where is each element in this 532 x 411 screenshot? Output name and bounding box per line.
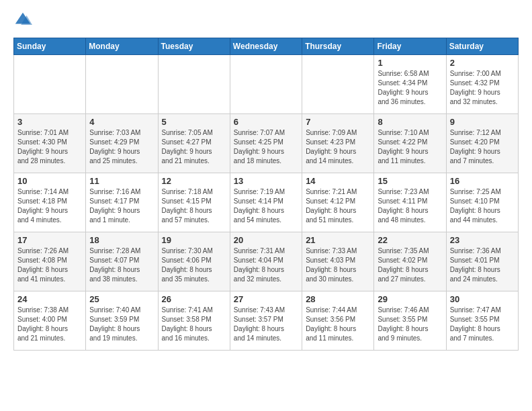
weekday-header-wednesday: Wednesday [230, 38, 302, 55]
calendar-cell [14, 55, 86, 114]
day-info: Sunrise: 7:47 AM Sunset: 3:55 PM Dayligh… [450, 306, 515, 343]
day-info: Sunrise: 7:07 AM Sunset: 4:25 PM Dayligh… [234, 128, 298, 166]
calendar-cell: 27Sunrise: 7:43 AM Sunset: 3:57 PM Dayli… [230, 291, 302, 351]
weekday-header-friday: Friday [374, 38, 446, 55]
day-info: Sunrise: 7:25 AM Sunset: 4:10 PM Dayligh… [450, 187, 515, 225]
calendar-cell: 12Sunrise: 7:18 AM Sunset: 4:15 PM Dayli… [158, 173, 230, 232]
day-info: Sunrise: 7:40 AM Sunset: 3:59 PM Dayligh… [89, 306, 154, 343]
day-info: Sunrise: 7:28 AM Sunset: 4:07 PM Dayligh… [89, 246, 154, 284]
day-info: Sunrise: 7:18 AM Sunset: 4:15 PM Dayligh… [162, 187, 226, 225]
day-info: Sunrise: 7:46 AM Sunset: 3:55 PM Dayligh… [378, 306, 442, 343]
calendar-cell: 9Sunrise: 7:12 AM Sunset: 4:20 PM Daylig… [446, 114, 518, 173]
day-info: Sunrise: 6:58 AM Sunset: 4:34 PM Dayligh… [378, 69, 442, 107]
calendar-cell: 29Sunrise: 7:46 AM Sunset: 3:55 PM Dayli… [374, 291, 446, 351]
day-number: 26 [162, 294, 226, 304]
calendar-table: SundayMondayTuesdayWednesdayThursdayFrid… [13, 38, 519, 351]
calendar-cell: 23Sunrise: 7:36 AM Sunset: 4:01 PM Dayli… [446, 232, 518, 291]
day-number: 16 [450, 176, 515, 186]
day-info: Sunrise: 7:10 AM Sunset: 4:22 PM Dayligh… [378, 128, 442, 166]
calendar-cell: 21Sunrise: 7:33 AM Sunset: 4:03 PM Dayli… [302, 232, 374, 291]
calendar-cell: 19Sunrise: 7:30 AM Sunset: 4:06 PM Dayli… [158, 232, 230, 291]
day-number: 29 [378, 294, 442, 304]
calendar-cell: 15Sunrise: 7:23 AM Sunset: 4:11 PM Dayli… [374, 173, 446, 232]
day-number: 23 [450, 235, 515, 245]
calendar-cell [158, 55, 230, 114]
day-info: Sunrise: 7:43 AM Sunset: 3:57 PM Dayligh… [234, 306, 298, 343]
day-info: Sunrise: 7:16 AM Sunset: 4:17 PM Dayligh… [89, 187, 154, 225]
day-number: 9 [450, 117, 515, 127]
day-number: 5 [162, 117, 226, 127]
calendar-cell: 25Sunrise: 7:40 AM Sunset: 3:59 PM Dayli… [86, 291, 158, 351]
day-info: Sunrise: 7:44 AM Sunset: 3:56 PM Dayligh… [306, 306, 370, 343]
calendar-cell: 11Sunrise: 7:16 AM Sunset: 4:17 PM Dayli… [86, 173, 158, 232]
calendar-cell: 1Sunrise: 6:58 AM Sunset: 4:34 PM Daylig… [374, 55, 446, 114]
calendar-cell: 3Sunrise: 7:01 AM Sunset: 4:30 PM Daylig… [14, 114, 86, 173]
day-number: 19 [162, 235, 226, 245]
calendar-cell: 6Sunrise: 7:07 AM Sunset: 4:25 PM Daylig… [230, 114, 302, 173]
day-info: Sunrise: 7:33 AM Sunset: 4:03 PM Dayligh… [306, 246, 370, 284]
day-info: Sunrise: 7:05 AM Sunset: 4:27 PM Dayligh… [162, 128, 226, 166]
day-info: Sunrise: 7:31 AM Sunset: 4:04 PM Dayligh… [234, 246, 298, 284]
calendar-cell: 18Sunrise: 7:28 AM Sunset: 4:07 PM Dayli… [86, 232, 158, 291]
day-info: Sunrise: 7:23 AM Sunset: 4:11 PM Dayligh… [378, 187, 442, 225]
calendar-cell [86, 55, 158, 114]
day-number: 22 [378, 235, 442, 245]
calendar-cell [230, 55, 302, 114]
calendar-cell: 13Sunrise: 7:19 AM Sunset: 4:14 PM Dayli… [230, 173, 302, 232]
day-info: Sunrise: 7:12 AM Sunset: 4:20 PM Dayligh… [450, 128, 515, 166]
calendar-cell: 28Sunrise: 7:44 AM Sunset: 3:56 PM Dayli… [302, 291, 374, 351]
day-number: 1 [378, 58, 442, 68]
day-number: 7 [306, 117, 370, 127]
header [13, 11, 519, 30]
day-info: Sunrise: 7:21 AM Sunset: 4:12 PM Dayligh… [306, 187, 370, 225]
day-info: Sunrise: 7:38 AM Sunset: 4:00 PM Dayligh… [17, 306, 82, 343]
day-number: 27 [234, 294, 298, 304]
day-number: 15 [378, 176, 442, 186]
day-number: 13 [234, 176, 298, 186]
day-number: 14 [306, 176, 370, 186]
day-number: 12 [162, 176, 226, 186]
day-info: Sunrise: 7:01 AM Sunset: 4:30 PM Dayligh… [17, 128, 82, 166]
calendar-week-row: 24Sunrise: 7:38 AM Sunset: 4:00 PM Dayli… [14, 291, 519, 351]
weekday-header-saturday: Saturday [446, 38, 518, 55]
calendar-cell: 8Sunrise: 7:10 AM Sunset: 4:22 PM Daylig… [374, 114, 446, 173]
day-info: Sunrise: 7:00 AM Sunset: 4:32 PM Dayligh… [450, 69, 515, 107]
calendar-week-row: 1Sunrise: 6:58 AM Sunset: 4:34 PM Daylig… [14, 55, 519, 114]
calendar-cell: 14Sunrise: 7:21 AM Sunset: 4:12 PM Dayli… [302, 173, 374, 232]
weekday-header-thursday: Thursday [302, 38, 374, 55]
calendar-cell: 22Sunrise: 7:35 AM Sunset: 4:02 PM Dayli… [374, 232, 446, 291]
calendar-cell: 20Sunrise: 7:31 AM Sunset: 4:04 PM Dayli… [230, 232, 302, 291]
weekday-header-row: SundayMondayTuesdayWednesdayThursdayFrid… [14, 38, 519, 55]
day-number: 6 [234, 117, 298, 127]
calendar-cell: 7Sunrise: 7:09 AM Sunset: 4:23 PM Daylig… [302, 114, 374, 173]
logo [13, 11, 35, 30]
calendar-cell: 30Sunrise: 7:47 AM Sunset: 3:55 PM Dayli… [446, 291, 518, 351]
day-number: 2 [450, 58, 515, 68]
day-info: Sunrise: 7:36 AM Sunset: 4:01 PM Dayligh… [450, 246, 515, 284]
day-number: 3 [17, 117, 82, 127]
calendar-week-row: 3Sunrise: 7:01 AM Sunset: 4:30 PM Daylig… [14, 114, 519, 173]
day-number: 20 [234, 235, 298, 245]
calendar-week-row: 10Sunrise: 7:14 AM Sunset: 4:18 PM Dayli… [14, 173, 519, 232]
calendar-cell: 4Sunrise: 7:03 AM Sunset: 4:29 PM Daylig… [86, 114, 158, 173]
day-number: 28 [306, 294, 370, 304]
day-number: 11 [89, 176, 154, 186]
day-info: Sunrise: 7:14 AM Sunset: 4:18 PM Dayligh… [17, 187, 82, 225]
day-number: 30 [450, 294, 515, 304]
day-info: Sunrise: 7:35 AM Sunset: 4:02 PM Dayligh… [378, 246, 442, 284]
calendar-cell: 10Sunrise: 7:14 AM Sunset: 4:18 PM Dayli… [14, 173, 86, 232]
calendar-week-row: 17Sunrise: 7:26 AM Sunset: 4:08 PM Dayli… [14, 232, 519, 291]
weekday-header-sunday: Sunday [14, 38, 86, 55]
day-info: Sunrise: 7:09 AM Sunset: 4:23 PM Dayligh… [306, 128, 370, 166]
calendar-cell: 16Sunrise: 7:25 AM Sunset: 4:10 PM Dayli… [446, 173, 518, 232]
calendar-cell: 24Sunrise: 7:38 AM Sunset: 4:00 PM Dayli… [14, 291, 86, 351]
day-info: Sunrise: 7:03 AM Sunset: 4:29 PM Dayligh… [89, 128, 154, 166]
calendar-cell: 26Sunrise: 7:41 AM Sunset: 3:58 PM Dayli… [158, 291, 230, 351]
weekday-header-monday: Monday [86, 38, 158, 55]
logo-icon [13, 11, 32, 30]
calendar-cell: 5Sunrise: 7:05 AM Sunset: 4:27 PM Daylig… [158, 114, 230, 173]
calendar-cell [302, 55, 374, 114]
day-number: 4 [89, 117, 154, 127]
day-number: 10 [17, 176, 82, 186]
weekday-header-tuesday: Tuesday [158, 38, 230, 55]
